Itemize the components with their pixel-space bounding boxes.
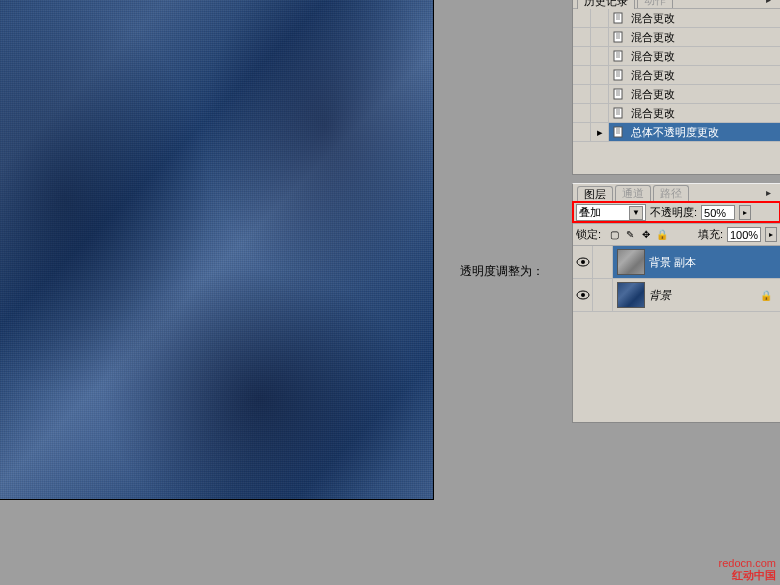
blend-mode-select[interactable]: 叠加 ▼ <box>576 204 646 221</box>
visibility-toggle[interactable] <box>573 279 593 311</box>
fill-input[interactable] <box>727 227 761 242</box>
lock-icon: 🔒 <box>760 290 774 301</box>
document-canvas[interactable] <box>0 0 434 500</box>
history-panel: – × 历史记录 动作 混合更改 混合更改 混合更改 混合更改 <box>572 0 780 175</box>
history-item-label: 混合更改 <box>627 11 675 26</box>
watermark-cn: 红动中国 <box>732 569 776 581</box>
lock-all-icon[interactable]: 🔒 <box>655 228 669 242</box>
opacity-input[interactable] <box>701 205 735 220</box>
visibility-toggle[interactable] <box>573 246 593 278</box>
history-item[interactable]: 混合更改 <box>573 66 780 85</box>
history-step-icon <box>609 9 627 27</box>
layer-thumbnail[interactable] <box>617 249 645 275</box>
history-step-icon <box>609 66 627 84</box>
history-item[interactable]: ▸ 总体不透明度更改 <box>573 123 780 142</box>
history-item[interactable]: 混合更改 <box>573 104 780 123</box>
history-item-label: 混合更改 <box>627 49 675 64</box>
fill-stepper[interactable]: ▸ <box>765 227 777 242</box>
layer-thumbnail[interactable] <box>617 282 645 308</box>
history-list: 混合更改 混合更改 混合更改 混合更改 混合更改 混合更改 ▸ <box>573 9 780 174</box>
history-item[interactable]: 混合更改 <box>573 47 780 66</box>
history-tabs: 历史记录 动作 <box>573 0 780 9</box>
watermark: redocn.com 红动中国 <box>719 557 776 581</box>
history-step-icon <box>609 104 627 122</box>
history-step-icon <box>609 123 627 141</box>
tab-channels[interactable]: 通道 <box>615 185 651 201</box>
tab-actions[interactable]: 动作 <box>637 0 673 8</box>
tab-layers[interactable]: 图层 <box>577 186 613 202</box>
history-item-label: 混合更改 <box>627 68 675 83</box>
opacity-stepper[interactable]: ▸ <box>739 205 751 220</box>
svg-point-29 <box>581 260 585 264</box>
layer-row[interactable]: 背景 🔒 <box>573 279 780 312</box>
history-step-icon <box>609 85 627 103</box>
lock-pixels-icon[interactable]: ✎ <box>623 228 637 242</box>
watermark-url: redocn.com <box>719 557 776 569</box>
history-item[interactable]: 混合更改 <box>573 9 780 28</box>
tab-paths[interactable]: 路径 <box>653 185 689 201</box>
history-step-icon <box>609 28 627 46</box>
history-item[interactable]: 混合更改 <box>573 85 780 104</box>
lock-label: 锁定: <box>576 227 601 242</box>
chevron-down-icon: ▼ <box>629 206 643 220</box>
lock-fill-row: 锁定: ▢ ✎ ✥ 🔒 填充: ▸ <box>573 224 780 246</box>
layers-tabs: 图层 通道 路径 <box>573 184 780 202</box>
opacity-label: 不透明度: <box>650 205 697 220</box>
history-step-icon <box>609 47 627 65</box>
history-item-label: 混合更改 <box>627 30 675 45</box>
eye-icon <box>576 257 590 267</box>
blend-opacity-row: 叠加 ▼ 不透明度: ▸ <box>573 202 780 224</box>
layers-panel: 图层 通道 路径 叠加 ▼ 不透明度: ▸ 锁定: ▢ ✎ ✥ 🔒 填充: ▸ <box>572 183 780 423</box>
tab-history[interactable]: 历史记录 <box>577 0 635 9</box>
eye-icon <box>576 290 590 300</box>
link-column[interactable] <box>593 246 613 278</box>
lock-transparency-icon[interactable]: ▢ <box>607 228 621 242</box>
history-item[interactable]: 混合更改 <box>573 28 780 47</box>
panel-menu-icon[interactable] <box>766 0 778 5</box>
panel-menu-icon[interactable] <box>766 186 778 198</box>
lock-position-icon[interactable]: ✥ <box>639 228 653 242</box>
history-item-label: 混合更改 <box>627 106 675 121</box>
fill-label: 填充: <box>698 227 723 242</box>
layer-row[interactable]: 背景 副本 <box>573 246 780 279</box>
svg-point-31 <box>581 293 585 297</box>
layer-name[interactable]: 背景 <box>649 288 760 303</box>
link-column[interactable] <box>593 279 613 311</box>
layer-list: 背景 副本 背景 🔒 <box>573 246 780 422</box>
blend-mode-value: 叠加 <box>579 205 601 220</box>
annotation-text: 透明度调整为： <box>460 263 544 280</box>
history-item-label: 混合更改 <box>627 87 675 102</box>
history-item-label: 总体不透明度更改 <box>627 125 719 140</box>
layer-name[interactable]: 背景 副本 <box>649 255 780 270</box>
